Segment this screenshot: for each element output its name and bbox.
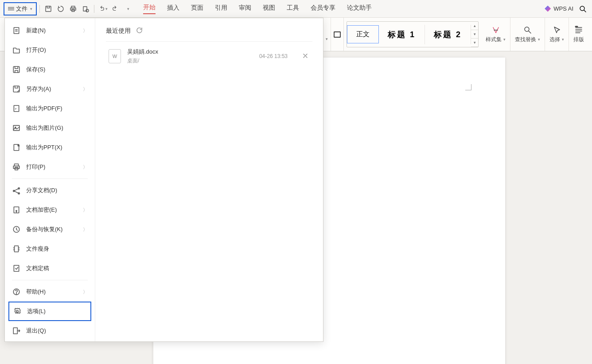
wps-ai-label: WPS AI: [553, 5, 573, 12]
file-menu-button[interactable]: 文件 ▾: [4, 2, 37, 15]
menu-divider: [12, 280, 88, 280]
open-icon: [12, 46, 21, 54]
menu-item-label: 新建(N): [26, 27, 46, 35]
text-box-button[interactable]: [334, 31, 341, 38]
style-set-icon: [491, 26, 500, 35]
search-button[interactable]: [577, 3, 588, 15]
recent-files-list: W吴娟娟.docx桌面/04-26 13:53: [106, 42, 312, 71]
find-replace-button[interactable]: 查找替换▾: [510, 18, 545, 51]
file-menu-item-exportimg[interactable]: 输出为图片(G): [5, 118, 95, 138]
tab-8[interactable]: 论文助手: [347, 4, 372, 14]
style-option-2[interactable]: 标题 2: [425, 25, 471, 44]
svg-rect-28: [14, 265, 19, 271]
file-menu-item-encrypt[interactable]: 文档加密(E)〉: [5, 200, 95, 220]
file-menu-item-exit[interactable]: 退出(Q): [5, 321, 95, 341]
style-set-button[interactable]: 样式集▾: [481, 18, 510, 51]
style-gallery-spinner: ▴ ▾ ▾: [471, 22, 478, 47]
menu-item-label: 保存(S): [26, 66, 45, 74]
tab-7[interactable]: 会员专享: [311, 4, 335, 14]
file-menu-item-exportppt[interactable]: 输出为PPT(X): [5, 138, 95, 157]
hamburger-icon: [8, 7, 14, 10]
undo-button[interactable]: ▾: [97, 3, 109, 15]
new-icon: [12, 26, 21, 35]
refresh-button[interactable]: [136, 27, 143, 35]
tab-1[interactable]: 插入: [167, 4, 179, 14]
print-qat-button[interactable]: [67, 3, 79, 15]
saveas-icon: [12, 85, 21, 93]
tab-5[interactable]: 视图: [263, 4, 275, 14]
chevron-right-icon: 〉: [83, 164, 88, 170]
recent-file-time: 04-26 13:53: [259, 53, 288, 59]
style-option-0[interactable]: 正文: [347, 25, 379, 43]
chevron-right-icon: 〉: [83, 289, 88, 295]
undo-history-button[interactable]: [55, 3, 66, 15]
menu-item-label: 文件瘦身: [26, 245, 49, 253]
file-menu-item-open[interactable]: 打开(O): [5, 40, 95, 60]
tab-0[interactable]: 开始: [143, 4, 156, 14]
file-menu-item-backup[interactable]: 备份与恢复(K)〉: [5, 220, 95, 239]
backup-icon: [12, 225, 21, 234]
wps-ai-button[interactable]: WPS AI: [545, 5, 573, 12]
remove-recent-button[interactable]: [301, 50, 310, 62]
menu-divider: [12, 178, 88, 179]
qat-dropdown[interactable]: ▾: [122, 3, 133, 15]
slim-icon: [12, 244, 21, 253]
file-menu-item-exportpdf[interactable]: P输出为PDF(F): [5, 99, 95, 118]
file-menu-item-new[interactable]: 新建(N)〉: [5, 21, 95, 40]
menu-item-label: 文档加密(E): [26, 206, 57, 214]
pdf-icon: P: [12, 104, 21, 113]
file-menu-item-help[interactable]: 帮助(H)〉: [5, 282, 95, 302]
recent-header: 最近使用: [106, 27, 312, 42]
tab-2[interactable]: 页面: [191, 4, 203, 14]
svg-rect-32: [13, 328, 17, 334]
chevron-right-icon: 〉: [83, 226, 88, 233]
find-replace-label: 查找替换: [515, 36, 536, 43]
menu-item-label: 选项(L): [27, 307, 46, 315]
doc-icon: W: [109, 49, 121, 63]
file-menu-item-save[interactable]: 保存(S): [5, 60, 95, 79]
top-menu-bar: 文件 ▾ ▾ ▾ 开始插入页面引用审阅视图工具会员专享论文助手 WPS AI: [0, 0, 592, 18]
style-gallery-down[interactable]: ▾: [471, 30, 478, 39]
recent-file-item[interactable]: W吴娟娟.docx桌面/04-26 13:53: [106, 42, 312, 71]
menu-item-label: 打开(O): [26, 46, 46, 54]
exit-icon: [12, 326, 21, 335]
print-preview-button[interactable]: [80, 3, 91, 15]
svg-rect-27: [15, 246, 19, 252]
save-icon: [12, 65, 21, 74]
tab-4[interactable]: 审阅: [239, 4, 251, 14]
file-menu-item-saveas[interactable]: 另存为(A)〉: [5, 79, 95, 99]
share-icon: [12, 186, 21, 195]
img-icon: [12, 124, 21, 132]
file-menu-item-slim[interactable]: 文件瘦身: [5, 239, 95, 259]
save-qat-button[interactable]: [43, 3, 54, 15]
file-menu-item-final[interactable]: 文档定稿: [5, 259, 95, 278]
svg-point-31: [16, 310, 19, 313]
separator: [39, 5, 40, 13]
file-menu-label: 文件: [16, 5, 27, 13]
svg-rect-0: [46, 6, 51, 12]
redo-button[interactable]: [109, 3, 121, 15]
svg-point-9: [525, 27, 529, 31]
menu-item-label: 输出为PDF(F): [26, 105, 62, 112]
cursor-icon: [553, 26, 561, 35]
file-menu-panel: 新建(N)〉打开(O)保存(S)另存为(A)〉P输出为PDF(F)输出为图片(G…: [4, 18, 323, 342]
find-icon: [523, 26, 532, 35]
menu-item-label: 分享文档(D): [26, 186, 57, 194]
style-gallery-up[interactable]: ▴: [471, 22, 478, 30]
tab-6[interactable]: 工具: [287, 4, 299, 14]
style-gallery-more[interactable]: ▾: [471, 39, 478, 47]
style-option-1[interactable]: 标题 1: [379, 25, 425, 44]
file-menu-item-share[interactable]: 分享文档(D): [5, 181, 95, 200]
select-button[interactable]: 选择▾: [545, 18, 569, 51]
file-menu-item-print[interactable]: 打印(P)〉: [5, 157, 95, 177]
menu-item-label: 输出为图片(G): [26, 124, 63, 132]
style-gallery[interactable]: 正文标题 1标题 2 ▴ ▾ ▾: [347, 21, 479, 47]
svg-rect-11: [13, 66, 19, 73]
file-menu-list: 新建(N)〉打开(O)保存(S)另存为(A)〉P输出为PDF(F)输出为图片(G…: [5, 18, 95, 341]
chevron-right-icon: 〉: [83, 27, 88, 34]
file-menu-item-options[interactable]: 选项(L): [8, 302, 91, 321]
layout-button[interactable]: 排版: [569, 18, 588, 51]
recent-file-name: 吴娟娟.docx: [127, 48, 259, 56]
tab-3[interactable]: 引用: [215, 4, 227, 14]
style-set-label: 样式集: [486, 36, 502, 43]
